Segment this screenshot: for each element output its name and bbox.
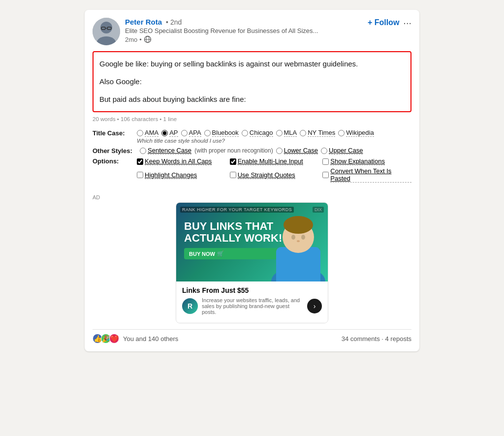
follow-btn-area: + Follow ··· [368,18,411,28]
radio-apa-input[interactable] [181,130,188,136]
option-show-explanations: Show Explanations [322,157,411,165]
radio-nytimes: NY Times [300,129,335,137]
radio-nytimes-label[interactable]: NY Times [308,129,335,137]
author-name-line: Peter Rota • 2nd [125,18,318,26]
post-line-1: Google be like: buying or selling backli… [99,58,405,70]
checkbox-convert-pasted[interactable] [322,172,329,178]
author-title: Elite SEO Specialist Boosting Revenue fo… [125,27,318,34]
svg-point-15 [297,240,300,242]
title-case-label: Title Case: [93,129,137,137]
label-highlight-changes[interactable]: Highlight Changes [145,171,197,179]
comments-reposts[interactable]: 34 comments · 4 reposts [342,335,411,343]
option-convert-pasted: Convert When Text Is Pasted [322,167,411,183]
options-grid: Keep Words in All Caps Enable Multi-Line… [137,157,411,183]
option-enable-multiline: Enable Multi-Line Input [230,157,319,165]
radio-ap-label[interactable]: AP [169,129,178,137]
ad-company-logo: R [182,298,198,314]
ad-company-name: Links From Just $55 [182,286,322,294]
reactions: 👍 🎉 ❤️ You and 140 others [93,334,178,343]
radio-nytimes-input[interactable] [300,130,306,136]
author-degree-val: 2nd [170,18,182,26]
sentence-case-note: (with proper noun recognition) [193,147,273,154]
post-footer: 👍 🎉 ❤️ You and 140 others 34 comments · … [93,329,411,343]
radio-mla-input[interactable] [276,130,283,136]
radio-upper-label[interactable]: Upper Case [329,147,363,155]
author-degree: • [166,18,168,26]
post-content-box: Google be like: buying or selling backli… [93,51,411,112]
checkbox-highlight-changes[interactable] [137,172,143,178]
radio-lower-case: Lower Case [276,147,318,155]
radio-upper-case: Upper Case [321,147,363,155]
label-straight-quotes[interactable]: Use Straight Quotes [238,171,295,179]
author-section: Peter Rota • 2nd Elite SEO Specialist Bo… [93,18,318,45]
svg-point-12 [284,216,313,234]
label-enable-multiline[interactable]: Enable Multi-Line Input [238,157,303,165]
radio-lower-input[interactable] [276,148,283,154]
label-show-explanations[interactable]: Show Explanations [330,157,385,165]
radio-bluebook-label[interactable]: Bluebook [212,129,239,137]
follow-button[interactable]: + Follow [368,18,399,27]
option-straight-quotes: Use Straight Quotes [230,167,319,183]
radio-chicago: Chicago [242,129,273,137]
checkbox-enable-multiline[interactable] [230,158,236,165]
post-line-3: But paid ads about buying backlinks are … [99,93,405,105]
other-styles-row: Other Styles: Sentence Case (with proper… [93,147,411,155]
cart-icon: 🛒 [217,250,224,257]
radio-wikipedia: Wikipedia [338,129,374,137]
radio-sentence-input[interactable] [140,148,146,154]
ad-company-info: Increase your websites traffic, leads, a… [202,297,303,315]
word-count: 20 words • 106 characters • 1 line [93,116,411,122]
author-info: Peter Rota • 2nd Elite SEO Specialist Bo… [125,18,318,43]
radio-ama: AMA [137,129,158,137]
title-case-row: Title Case: AMA AP APA Bluebook [93,129,411,137]
more-options-button[interactable]: ··· [403,18,411,28]
radio-ap-input[interactable] [161,130,168,136]
radio-bluebook-input[interactable] [204,130,211,136]
radio-bluebook: Bluebook [204,129,239,137]
avatar [93,18,120,45]
title-case-radio-group: AMA AP APA Bluebook Chicago [137,129,374,137]
radio-upper-input[interactable] [321,148,327,154]
label-keep-words[interactable]: Keep Words in All Caps [145,157,212,165]
author-name[interactable]: Peter Rota [125,18,162,26]
radio-apa: APA [181,129,201,137]
radio-mla-label[interactable]: MLA [284,129,297,137]
globe-icon [144,35,152,43]
radio-wikipedia-label[interactable]: Wikipedia [346,129,374,137]
title-case-section: Title Case: AMA AP APA Bluebook [93,129,411,144]
ad-image-area: RANK HIGHER FOR YOUR TARGET KEYWORDS DIX… [176,203,328,281]
ad-company-row: R Increase your websites traffic, leads,… [182,297,322,315]
radio-apa-label[interactable]: APA [189,129,201,137]
linkedin-post-card: Peter Rota • 2nd Elite SEO Specialist Bo… [85,10,419,351]
svg-point-13 [291,235,295,240]
radio-ap: AP [161,129,178,137]
other-styles-label: Other Styles: [93,147,137,155]
options-label: Options: [93,157,137,165]
radio-sentence-label[interactable]: Sentence Case [148,147,191,155]
radio-wikipedia-input[interactable] [338,130,345,136]
radio-ama-label[interactable]: AMA [145,129,158,137]
checkbox-straight-quotes[interactable] [230,172,236,178]
option-keep-words: Keep Words in All Caps [137,157,226,165]
post-text: Google be like: buying or selling backli… [99,58,405,105]
checkbox-show-explanations[interactable] [322,158,329,165]
ad-arrow-button[interactable]: › [307,299,322,313]
radio-ama-input[interactable] [137,130,143,136]
svg-point-14 [301,235,305,240]
ad-label: AD [93,194,411,200]
options-row-wrapper: Options: Keep Words in All Caps Enable M… [93,157,411,188]
post-time: 2mo [125,36,137,43]
radio-lower-label[interactable]: Lower Case [284,147,318,155]
ad-box[interactable]: RANK HIGHER FOR YOUR TARGET KEYWORDS DIX… [176,202,328,323]
radio-chicago-input[interactable] [242,130,248,136]
svg-point-1 [100,22,112,33]
radio-mla: MLA [276,129,297,137]
title-case-help: Which title case style should I use? [137,138,411,144]
reactions-text[interactable]: You and 140 others [123,335,178,343]
radio-chicago-label[interactable]: Chicago [250,129,273,137]
post-header: Peter Rota • 2nd Elite SEO Specialist Bo… [93,18,411,45]
ad-person-graphic [269,208,328,281]
label-convert-pasted[interactable]: Convert When Text Is Pasted [330,167,411,183]
checkbox-keep-words[interactable] [137,158,143,165]
ad-cta-label: BUY NOW [189,251,215,257]
